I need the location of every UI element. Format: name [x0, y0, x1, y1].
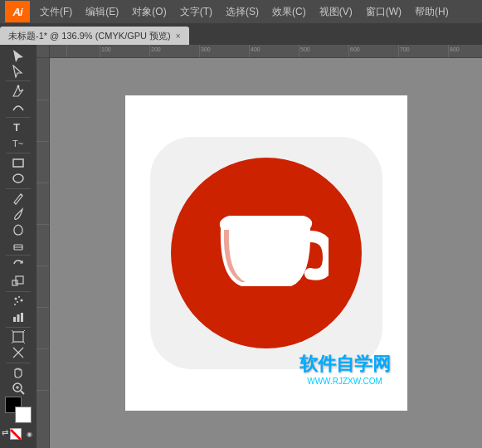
rotate-tool[interactable] [3, 258, 33, 273]
menu-object[interactable]: 对象(O) [125, 0, 173, 23]
svg-point-9 [18, 296, 20, 298]
toolbar: T T~ [0, 45, 37, 448]
red-circle [171, 158, 362, 348]
type-tool[interactable]: T [3, 119, 33, 134]
curvature-tool[interactable] [3, 100, 33, 114]
watermark-sub-text: WWW.RJZXW.COM [299, 377, 391, 386]
svg-rect-3 [13, 159, 23, 167]
ruler-tick: 300 [199, 45, 201, 57]
active-tab[interactable]: 未标题-1* @ 136.9% (CMYK/GPU 预览) × [0, 27, 189, 45]
fill-stroke-swatches[interactable] [5, 397, 32, 423]
scale-tool[interactable] [3, 274, 33, 289]
swatch-extras: ⇄ ◉ [2, 428, 35, 440]
tool-separator-5 [6, 255, 31, 256]
ruler-tick: 700 [398, 45, 400, 57]
menu-help[interactable]: 帮助(H) [408, 0, 455, 23]
svg-line-19 [12, 342, 13, 343]
ruler-tick [66, 45, 68, 57]
svg-rect-6 [12, 280, 17, 285]
stroke-swatch[interactable] [15, 407, 32, 423]
icon-background [150, 137, 382, 369]
svg-point-10 [21, 299, 23, 302]
svg-text:T: T [13, 121, 20, 134]
tool-separator-3 [6, 153, 31, 153]
svg-point-8 [15, 298, 17, 300]
color-swatches: ⇄ ◉ [2, 397, 35, 445]
ruler-tick: 800 [448, 45, 450, 57]
direct-select-tool[interactable] [3, 64, 33, 79]
zoom-tool[interactable] [3, 381, 33, 396]
canvas-area[interactable]: × 路径 [50, 58, 482, 448]
swap-colors-icon[interactable]: ⇄ [2, 428, 8, 440]
tab-close-button[interactable]: × [176, 32, 181, 41]
rectangle-tool[interactable] [3, 155, 33, 170]
menu-bar: 文件(F) 编辑(E) 对象(O) 文字(T) 选择(S) 效果(C) 视图(V… [33, 0, 477, 23]
main-layout: T T~ [0, 45, 482, 448]
no-fill-icon[interactable] [10, 428, 22, 440]
canvas-with-rulers: 100 200 300 400 500 600 700 800 [37, 45, 482, 448]
left-ruler [37, 58, 50, 448]
ai-logo: Ai [5, 1, 30, 22]
ruler-tick: 600 [348, 45, 350, 57]
menu-text[interactable]: 文字(T) [173, 0, 219, 23]
ruler-tick: 200 [149, 45, 151, 57]
top-ruler: 100 200 300 400 500 600 700 800 [50, 45, 482, 58]
svg-point-12 [14, 304, 16, 305]
menu-file[interactable]: 文件(F) [33, 0, 79, 23]
ruler-tick: 500 [299, 45, 300, 57]
tool-separator-6 [6, 291, 31, 292]
svg-line-20 [23, 342, 25, 343]
svg-rect-16 [13, 332, 23, 342]
ellipse-tool[interactable] [3, 171, 33, 186]
coffee-cup-icon [204, 203, 329, 303]
svg-point-11 [17, 301, 18, 303]
ruler-tick: 100 [100, 45, 101, 57]
svg-rect-15 [21, 313, 23, 322]
blob-brush-tool[interactable] [3, 222, 33, 237]
hand-tool[interactable] [3, 366, 33, 381]
ruler-tick: 400 [249, 45, 251, 57]
tool-separator-1 [6, 80, 31, 81]
slice-tool[interactable] [3, 345, 33, 360]
artboard-tool[interactable] [3, 329, 33, 344]
pen-tool[interactable] [3, 84, 33, 99]
ruler-row: 100 200 300 400 500 600 700 800 [37, 45, 482, 58]
tab-title: 未标题-1* @ 136.9% (CMYK/GPU 预览) [8, 30, 171, 42]
ruler-corner [37, 45, 50, 58]
paintbrush-tool[interactable] [3, 207, 33, 222]
tab-bar: 未标题-1* @ 136.9% (CMYK/GPU 预览) × [0, 23, 482, 45]
svg-line-22 [21, 391, 24, 394]
svg-line-18 [23, 330, 25, 332]
tool-separator-8 [6, 363, 31, 363]
symbol-sprayer-tool[interactable] [3, 294, 33, 309]
tool-separator-2 [6, 117, 31, 118]
pencil-tool[interactable] [3, 192, 33, 207]
menu-select[interactable]: 选择(S) [219, 0, 265, 23]
svg-text:T~: T~ [12, 139, 23, 149]
color-mode-icon[interactable]: ◉ [23, 428, 35, 440]
artboard[interactable]: 软件自学网 WWW.RJZXW.COM [125, 95, 407, 411]
menu-edit[interactable]: 编辑(E) [79, 0, 125, 23]
column-graph-tool[interactable] [3, 309, 33, 324]
svg-point-0 [17, 85, 20, 87]
canvas-main: × 路径 [37, 58, 482, 448]
menu-effect[interactable]: 效果(C) [265, 0, 313, 23]
menu-window[interactable]: 窗口(W) [359, 0, 408, 23]
svg-rect-14 [17, 314, 20, 322]
eraser-tool[interactable] [3, 238, 33, 253]
tool-separator-7 [6, 327, 31, 328]
tool-separator-4 [6, 188, 31, 189]
touch-type-tool[interactable]: T~ [3, 135, 33, 150]
title-bar: Ai 文件(F) 编辑(E) 对象(O) 文字(T) 选择(S) 效果(C) 视… [0, 0, 482, 23]
select-tool[interactable] [3, 48, 33, 63]
svg-point-4 [13, 174, 23, 183]
svg-rect-13 [13, 317, 16, 322]
menu-view[interactable]: 视图(V) [313, 0, 359, 23]
svg-line-17 [12, 330, 13, 332]
